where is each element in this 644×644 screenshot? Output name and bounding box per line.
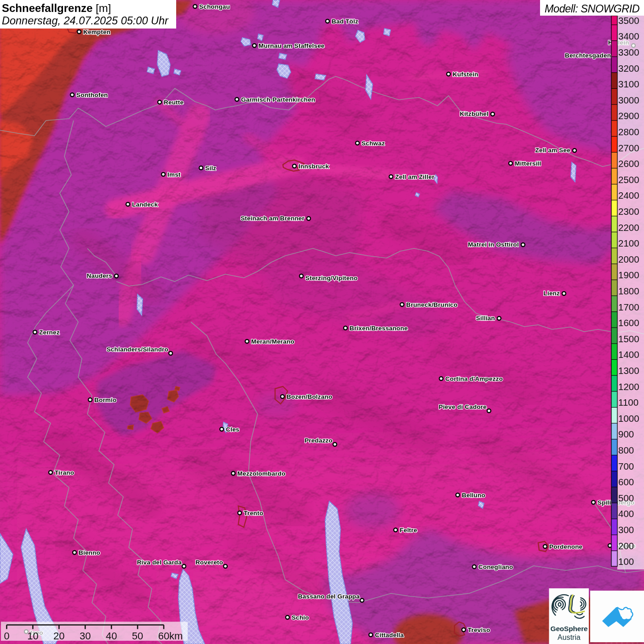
svg-text:500: 500 (618, 493, 634, 503)
svg-text:2100: 2100 (618, 238, 639, 248)
svg-text:Berchtesgaden: Berchtesgaden (565, 52, 611, 59)
svg-text:GeoSphere: GeoSphere (551, 625, 588, 632)
svg-text:1300: 1300 (618, 365, 639, 376)
svg-text:Schwaz: Schwaz (362, 140, 385, 147)
svg-text:Pordenone: Pordenone (549, 543, 583, 550)
svg-text:Landeck: Landeck (132, 201, 158, 208)
svg-text:Belluno: Belluno (462, 492, 485, 499)
svg-text:Tirano: Tirano (55, 469, 74, 476)
svg-text:2900: 2900 (618, 110, 639, 121)
svg-text:Sterzing/Vipiteno: Sterzing/Vipiteno (305, 275, 357, 282)
svg-text:700: 700 (618, 461, 634, 472)
svg-text:Lienz: Lienz (543, 290, 560, 297)
svg-text:0: 0 (4, 630, 9, 642)
svg-text:50: 50 (132, 630, 143, 642)
svg-text:Schlanders/Silandro: Schlanders/Silandro (107, 346, 168, 353)
svg-text:2400: 2400 (618, 190, 639, 201)
svg-text:Bozen/Bolzano: Bozen/Bolzano (287, 393, 332, 400)
svg-text:Cittadella: Cittadella (375, 632, 404, 638)
svg-text:3300: 3300 (618, 47, 639, 58)
svg-text:900: 900 (618, 429, 634, 439)
svg-text:Brixen/Bressanone: Brixen/Bressanone (350, 325, 408, 332)
svg-text:Zernez: Zernez (39, 329, 60, 336)
svg-text:1800: 1800 (618, 286, 639, 296)
svg-text:Conegliano: Conegliano (478, 564, 513, 570)
svg-text:1600: 1600 (618, 317, 639, 328)
svg-text:Bienno: Bienno (79, 549, 100, 556)
svg-text:Predazzo: Predazzo (305, 437, 333, 444)
svg-text:2600: 2600 (618, 158, 639, 169)
svg-text:Murnau am Staffelsee: Murnau am Staffelsee (259, 42, 325, 49)
svg-text:40: 40 (106, 630, 117, 642)
svg-text:Matrei in Osttirol: Matrei in Osttirol (468, 241, 519, 248)
svg-text:Bassano del Grappa: Bassano del Grappa (298, 593, 360, 600)
svg-text:300: 300 (618, 524, 634, 535)
svg-text:Zell am See: Zell am See (535, 147, 571, 154)
svg-text:10: 10 (27, 630, 38, 642)
svg-text:60: 60 (158, 630, 169, 642)
svg-text:2200: 2200 (618, 222, 639, 233)
svg-text:3000: 3000 (618, 95, 639, 105)
svg-text:Zell am Ziller: Zell am Ziller (395, 173, 435, 180)
svg-text:Donnerstag, 24.07.2025 05:00 U: Donnerstag, 24.07.2025 05:00 Uhr (2, 15, 169, 27)
svg-text:800: 800 (618, 445, 634, 455)
svg-text:Silz: Silz (205, 165, 216, 172)
svg-text:Trento: Trento (244, 510, 263, 517)
svg-text:Imst: Imst (167, 171, 181, 178)
svg-text:Schongau: Schongau (199, 3, 230, 10)
svg-text:1400: 1400 (618, 349, 639, 360)
svg-text:600: 600 (618, 477, 634, 487)
svg-text:Rovereto: Rovereto (196, 559, 223, 566)
svg-text:400: 400 (618, 508, 634, 519)
svg-text:Meran/Merano: Meran/Merano (251, 338, 294, 345)
svg-text:1700: 1700 (618, 302, 639, 312)
svg-text:1500: 1500 (618, 334, 639, 344)
svg-text:Bad Tölz: Bad Tölz (332, 18, 358, 25)
svg-text:2500: 2500 (618, 174, 639, 185)
svg-text:Mezzolombardo: Mezzolombardo (237, 470, 286, 477)
svg-text:Cles: Cles (226, 426, 239, 433)
svg-text:100: 100 (618, 556, 634, 567)
svg-text:Garmisch-Partenkirchen: Garmisch-Partenkirchen (241, 96, 315, 103)
svg-text:Austria: Austria (558, 633, 581, 641)
svg-text:30: 30 (80, 630, 91, 642)
svg-text:3500: 3500 (618, 15, 639, 26)
svg-text:Innsbruck: Innsbruck (299, 163, 329, 170)
svg-text:Sillian: Sillian (476, 315, 495, 322)
svg-text:Cortina d'Ampezzo: Cortina d'Ampezzo (445, 375, 503, 382)
svg-text:3200: 3200 (618, 63, 639, 74)
svg-text:Schneefallgrenze [m]: Schneefallgrenze [m] (2, 2, 111, 14)
svg-text:Modell: SNOWGRID: Modell: SNOWGRID (545, 3, 640, 15)
svg-text:km: km (169, 630, 183, 642)
svg-text:3100: 3100 (618, 79, 639, 89)
svg-text:3400: 3400 (618, 31, 639, 41)
svg-text:Treviso: Treviso (468, 627, 490, 633)
svg-text:Steinach am Brenner: Steinach am Brenner (241, 215, 305, 222)
svg-text:20: 20 (53, 630, 64, 642)
svg-text:Kempten: Kempten (83, 29, 110, 35)
svg-text:Feltre: Feltre (400, 527, 417, 534)
svg-text:2300: 2300 (618, 206, 639, 217)
svg-text:Nauders: Nauders (87, 272, 112, 279)
svg-text:Kufstein: Kufstein (453, 71, 478, 78)
svg-text:2000: 2000 (618, 254, 639, 264)
svg-text:Kitzbühel: Kitzbühel (460, 110, 489, 117)
svg-text:Reutte: Reutte (164, 99, 184, 106)
svg-text:1000: 1000 (618, 413, 639, 424)
svg-text:Sonthofen: Sonthofen (76, 92, 108, 98)
svg-text:Bruneck/Brunico: Bruneck/Brunico (406, 301, 458, 308)
svg-text:2700: 2700 (618, 143, 639, 153)
svg-text:Pieve di Cadore: Pieve di Cadore (439, 403, 487, 410)
svg-text:200: 200 (618, 540, 634, 551)
svg-text:1200: 1200 (618, 381, 639, 392)
svg-text:1100: 1100 (618, 397, 638, 408)
svg-text:2800: 2800 (618, 126, 639, 137)
svg-text:Riva del Garda: Riva del Garda (137, 559, 182, 566)
svg-text:Schio: Schio (292, 614, 309, 621)
svg-text:1900: 1900 (618, 270, 639, 280)
svg-text:Bormio: Bormio (94, 397, 116, 403)
svg-text:Mittersill: Mittersill (515, 160, 541, 167)
